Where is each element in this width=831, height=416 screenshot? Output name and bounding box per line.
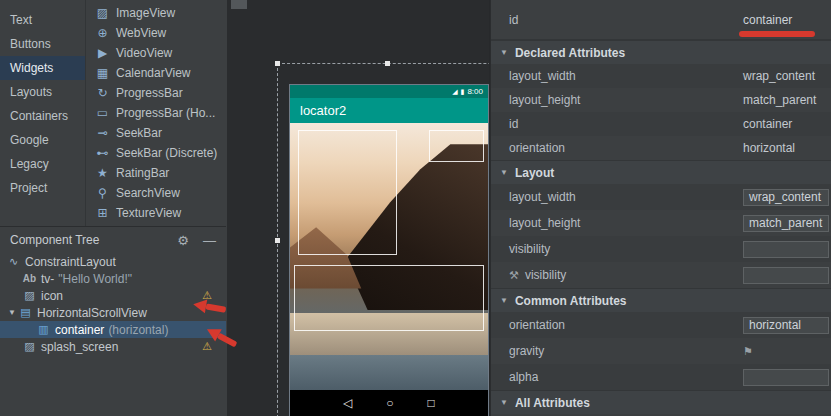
android-nav-bar: ◁ ○ □ bbox=[290, 390, 488, 416]
palette-item-label: ImageView bbox=[116, 6, 175, 20]
palette-item-progressbar-horizontal[interactable]: ▭ ProgressBar (Ho... bbox=[87, 103, 226, 123]
tree-item-label: ConstraintLayout bbox=[25, 255, 116, 269]
editor-tab-stub[interactable] bbox=[231, 0, 247, 9]
attr-row-gravity[interactable]: gravity ⚑ bbox=[491, 338, 831, 364]
palette-category-google[interactable]: Google bbox=[0, 128, 85, 152]
flag-icon[interactable]: ⚑ bbox=[743, 345, 753, 357]
attr-row-alpha[interactable]: alpha bbox=[491, 364, 831, 390]
attr-value-field[interactable]: horizontal bbox=[743, 141, 831, 155]
section-common-attributes[interactable]: ▼ Common Attributes bbox=[491, 288, 831, 312]
section-declared-attributes[interactable]: ▼ Declared Attributes bbox=[491, 40, 831, 64]
chevron-down-icon: ▼ bbox=[500, 296, 508, 305]
attr-input-field[interactable]: horizontal bbox=[743, 317, 829, 334]
palette-category-legacy[interactable]: Legacy bbox=[0, 152, 85, 176]
attr-value-field[interactable]: container bbox=[743, 117, 831, 131]
app-bar: locator2 bbox=[290, 98, 488, 123]
palette-category-containers[interactable]: Containers bbox=[0, 104, 85, 128]
horizontalscrollview-icon: ▤ bbox=[18, 306, 33, 319]
search-icon: ⚲ bbox=[95, 186, 110, 200]
section-title: All Attributes bbox=[515, 396, 590, 410]
palette-item-seekbar[interactable]: ⊸ SeekBar bbox=[87, 123, 226, 143]
palette-item-textureview[interactable]: ⊞ TextureView bbox=[87, 203, 226, 223]
annotation-arrow-tail bbox=[206, 303, 227, 312]
palette-category-layouts[interactable]: Layouts bbox=[0, 80, 85, 104]
section-all-attributes[interactable]: ▼ All Attributes bbox=[491, 390, 831, 414]
attr-id-value-field[interactable]: container bbox=[743, 13, 831, 27]
attr-row-orientation[interactable]: orientation horizontal bbox=[491, 312, 831, 338]
attr-row-layout-width[interactable]: layout_width wrap_content bbox=[491, 64, 831, 88]
palette-item-webview[interactable]: ⊕ WebView bbox=[87, 23, 226, 43]
palette-category-project[interactable]: Project bbox=[0, 176, 85, 200]
palette-item-imageview[interactable]: ▨ ImageView bbox=[87, 3, 226, 23]
hide-panel-icon[interactable]: — bbox=[203, 233, 216, 248]
selection-handle[interactable] bbox=[275, 61, 280, 66]
attr-input-field[interactable] bbox=[743, 267, 829, 284]
section-title: Common Attributes bbox=[515, 294, 627, 308]
palette-category-buttons[interactable]: Buttons bbox=[0, 32, 85, 56]
view-bounds-rect[interactable] bbox=[298, 130, 397, 255]
palette-item-label: TextureView bbox=[116, 206, 181, 220]
warning-icon[interactable]: ⚠ bbox=[202, 340, 212, 353]
palette-item-label: CalendarView bbox=[116, 66, 191, 80]
attr-input-field[interactable]: match_parent bbox=[743, 215, 829, 232]
view-bounds-rect[interactable] bbox=[294, 265, 484, 332]
layout-rows: layout_width wrap_content layout_height … bbox=[491, 184, 831, 288]
attr-input-field[interactable] bbox=[743, 241, 829, 258]
recents-icon: □ bbox=[428, 396, 435, 410]
palette-item-label: WebView bbox=[116, 26, 166, 40]
attr-label: visibility bbox=[491, 242, 743, 256]
tree-item-icon[interactable]: ▨ icon ⚠ bbox=[0, 287, 226, 304]
gear-icon[interactable]: ⚙ bbox=[177, 233, 189, 248]
view-bounds-rect[interactable] bbox=[429, 130, 484, 162]
tree-item-constraintlayout[interactable]: ∿ ConstraintLayout bbox=[0, 253, 226, 270]
attr-value-field[interactable]: wrap_content bbox=[743, 69, 831, 83]
palette-item-seekbar-discrete[interactable]: ⊷ SeekBar (Discrete) bbox=[87, 143, 226, 163]
attr-input-field[interactable] bbox=[743, 369, 829, 386]
selection-handle[interactable] bbox=[385, 61, 390, 66]
device-preview[interactable]: ◢ ▮ 8:00 locator2 ◁ ○ □ bbox=[290, 85, 488, 416]
palette-item-searchview[interactable]: ⚲ SearchView bbox=[87, 183, 226, 203]
component-tree-panel: Component Tree ⚙ — ∿ ConstraintLayout Ab… bbox=[0, 226, 226, 416]
palette-item-videoview[interactable]: ▶ VideoView bbox=[87, 43, 226, 63]
imageview-icon: ▨ bbox=[95, 6, 110, 20]
home-icon: ○ bbox=[386, 396, 393, 410]
attr-label: layout_width bbox=[491, 69, 743, 83]
status-time: 8:00 bbox=[467, 87, 483, 96]
attr-gravity-value[interactable]: ⚑ bbox=[743, 344, 831, 358]
app-title: locator2 bbox=[300, 103, 346, 118]
attr-row-tools-visibility[interactable]: ⚒ visibility bbox=[491, 262, 831, 288]
attr-label: orientation bbox=[491, 318, 743, 332]
expand-arrow-icon[interactable]: ▼ bbox=[6, 308, 18, 317]
attr-row-layout-height[interactable]: layout_height match_parent bbox=[491, 210, 831, 236]
progressbar-icon: ↻ bbox=[95, 86, 110, 100]
seekbar-icon: ⊸ bbox=[95, 126, 110, 140]
palette-item-label: ProgressBar (Ho... bbox=[116, 106, 215, 120]
attr-value-field[interactable]: match_parent bbox=[743, 93, 831, 107]
tree-item-splash-screen[interactable]: ▨ splash_screen ⚠ bbox=[0, 338, 226, 355]
tree-item-textview[interactable]: Ab tv- "Hello World!" bbox=[0, 270, 226, 287]
palette-item-ratingbar[interactable]: ★ RatingBar bbox=[87, 163, 226, 183]
textureview-icon: ⊞ bbox=[95, 206, 110, 220]
constraintlayout-icon: ∿ bbox=[6, 255, 21, 268]
palette-item-label: SearchView bbox=[116, 186, 180, 200]
tree-item-label: HorizontalScrollView bbox=[37, 306, 147, 320]
selection-handle[interactable] bbox=[275, 238, 280, 243]
palette-item-label: ProgressBar bbox=[116, 86, 183, 100]
palette-item-label: SeekBar bbox=[116, 126, 162, 140]
design-surface[interactable]: ◢ ▮ 8:00 locator2 ◁ ○ □ bbox=[227, 0, 490, 416]
palette-item-calendarview[interactable]: ▦ CalendarView bbox=[87, 63, 226, 83]
section-title: Layout bbox=[515, 166, 554, 180]
palette-category-text[interactable]: Text bbox=[0, 8, 85, 32]
palette-category-widgets[interactable]: Widgets bbox=[0, 56, 85, 80]
attr-input-field[interactable]: wrap_content bbox=[743, 189, 829, 206]
attr-row-visibility[interactable]: visibility bbox=[491, 236, 831, 262]
palette-item-progressbar[interactable]: ↻ ProgressBar bbox=[87, 83, 226, 103]
attr-row-layout-height[interactable]: layout_height match_parent bbox=[491, 88, 831, 112]
background-photo[interactable] bbox=[290, 123, 488, 390]
calendarview-icon: ▦ bbox=[95, 66, 110, 80]
attr-row-orientation[interactable]: orientation horizontal bbox=[491, 136, 831, 160]
attr-row-layout-width[interactable]: layout_width wrap_content bbox=[491, 184, 831, 210]
tree-item-container[interactable]: ▥ container (horizontal) bbox=[0, 321, 226, 338]
attr-row-id[interactable]: id container bbox=[491, 112, 831, 136]
section-layout[interactable]: ▼ Layout bbox=[491, 160, 831, 184]
